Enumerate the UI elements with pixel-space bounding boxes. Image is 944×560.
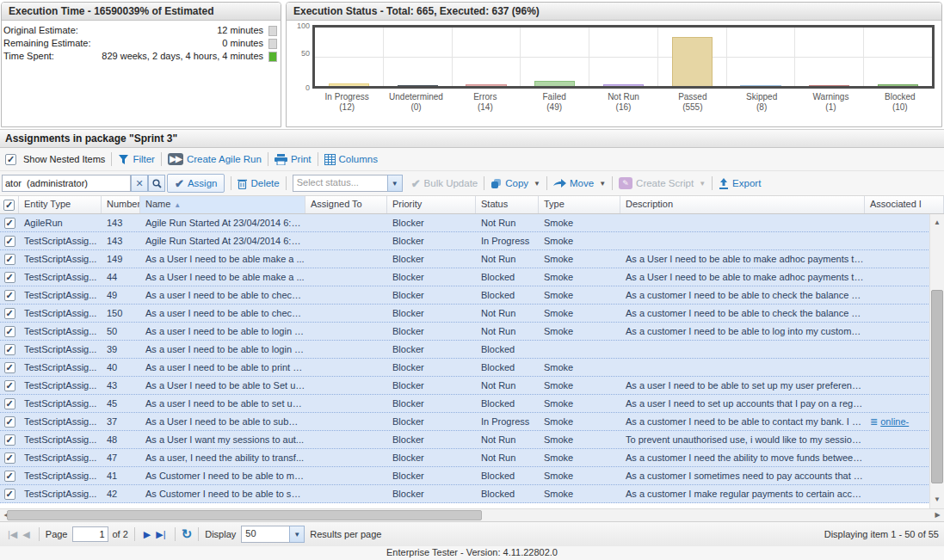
bar-failed — [534, 81, 575, 86]
select-status-combo[interactable]: Select status... ▼ — [293, 175, 403, 192]
vertical-scroll-thumb[interactable] — [931, 290, 943, 483]
page-number-input[interactable] — [72, 526, 108, 542]
table-row[interactable]: ✓TestScriptAssig...40As a user I need to… — [0, 359, 944, 377]
cell-status: Not Run — [476, 305, 539, 322]
column-header-associated[interactable]: Associated I — [865, 196, 944, 213]
assignee-input[interactable] — [2, 175, 131, 192]
cell-name: As a user I need to be able to login u..… — [140, 341, 305, 358]
prev-page-button[interactable]: ◀ — [22, 529, 29, 540]
table-row[interactable]: ✓TestScriptAssig...150As a user I need t… — [0, 305, 944, 323]
column-header-status[interactable]: Status — [476, 196, 539, 213]
table-row[interactable]: ✓TestScriptAssig...44As a User I need to… — [0, 268, 944, 286]
cell-priority: Blocker — [387, 268, 476, 286]
column-header-name[interactable]: Name▲ — [140, 196, 305, 213]
move-button[interactable]: Move ▼ — [553, 178, 606, 188]
associated-link[interactable]: online- — [880, 416, 909, 427]
table-row[interactable]: ✓TestScriptAssig...45As a user I need to… — [0, 395, 944, 413]
copy-label: Copy — [505, 178, 528, 188]
table-row[interactable]: ✓TestScriptAssig...37As a User I need to… — [0, 413, 944, 431]
columns-button[interactable]: Columns — [324, 154, 378, 165]
cell-description: As a customer I need to be able to check… — [620, 286, 865, 304]
horizontal-scroll-thumb[interactable] — [7, 510, 482, 520]
bar-errors — [466, 84, 506, 86]
table-row[interactable]: ✓TestScriptAssig...42As Customer I need … — [0, 485, 944, 503]
cell-type: Smoke — [539, 286, 620, 304]
columns-icon — [324, 154, 336, 165]
cell-number: 48 — [102, 431, 140, 448]
refresh-icon[interactable]: ↻ — [182, 526, 193, 542]
execution-status-panel: Execution Status - Total: 665, Executed:… — [286, 2, 942, 127]
row-checkbox[interactable]: ✓ — [4, 272, 15, 283]
column-header-description[interactable]: Description — [620, 196, 865, 213]
row-checkbox[interactable]: ✓ — [4, 471, 15, 482]
cell-description: As a user I need to be able to set up my… — [620, 377, 865, 394]
table-row[interactable]: ✓TestScriptAssig...143Agile Run Started … — [0, 232, 944, 250]
first-page-button[interactable]: |◀ — [8, 529, 17, 540]
table-row[interactable]: ✓TestScriptAssig...41As Customer I need … — [0, 467, 944, 485]
bar-warnings — [809, 85, 849, 86]
row-checkbox[interactable]: ✓ — [4, 398, 15, 409]
table-row[interactable]: ✓AgileRun143Agile Run Started At 23/04/2… — [0, 214, 944, 232]
row-checkbox[interactable]: ✓ — [4, 236, 15, 247]
move-caret-icon: ▼ — [599, 180, 606, 188]
vertical-scrollbar[interactable]: ▲ ▼ — [929, 214, 944, 508]
table-row[interactable]: ✓TestScriptAssig...149As a User I need t… — [0, 250, 944, 268]
column-header-priority[interactable]: Priority — [387, 196, 476, 213]
column-header-number[interactable]: Number — [102, 196, 140, 213]
cell-status: In Progress — [476, 232, 539, 249]
cell-status: Not Run — [476, 250, 539, 268]
create-script-caret-icon: ▼ — [699, 180, 706, 188]
copy-button[interactable]: Copy ▼ — [491, 178, 540, 189]
page-size-combo[interactable]: 50 ▼ — [241, 526, 305, 543]
create-agile-run-button[interactable]: ▶▶ Create Agile Run — [168, 153, 262, 165]
cell-description: As a user I need to set up accounts that… — [620, 395, 865, 412]
select-status-trigger[interactable]: ▼ — [387, 175, 403, 192]
export-button[interactable]: Export — [719, 178, 761, 189]
clear-assignee-button[interactable]: ✕ — [131, 175, 148, 192]
filter-button[interactable]: Filter — [118, 154, 155, 165]
y-tick-100: 100 — [297, 22, 310, 30]
column-header-entity-type[interactable]: Entity Type — [19, 196, 102, 213]
cell-type: Smoke — [539, 323, 620, 340]
select-all-checkbox[interactable]: ✓ — [0, 196, 19, 213]
row-checkbox[interactable]: ✓ — [4, 416, 15, 428]
delete-button[interactable]: Delete — [238, 178, 279, 189]
section-title: Assignments in package "Sprint 3" — [0, 129, 944, 148]
column-header-type[interactable]: Type — [539, 196, 620, 213]
next-page-button[interactable]: ▶ — [144, 529, 151, 540]
bulk-update-button[interactable]: ✔ Bulk Update — [411, 177, 478, 190]
table-row[interactable]: ✓TestScriptAssig...43As a User I need to… — [0, 377, 944, 395]
row-checkbox[interactable]: ✓ — [4, 380, 15, 391]
row-checkbox[interactable]: ✓ — [4, 344, 15, 355]
table-row[interactable]: ✓TestScriptAssig...48As a User I want my… — [0, 431, 944, 449]
last-page-button[interactable]: ▶| — [156, 529, 165, 540]
scroll-up-icon[interactable]: ▲ — [930, 216, 944, 230]
page-size-trigger[interactable]: ▼ — [289, 526, 305, 543]
column-header-assigned-to[interactable]: Assigned To — [305, 196, 387, 213]
row-checkbox[interactable]: ✓ — [4, 308, 15, 319]
row-checkbox[interactable]: ✓ — [4, 434, 15, 446]
row-checkbox[interactable]: ✓ — [4, 326, 15, 337]
horizontal-scrollbar[interactable]: ◀ ▶ — [0, 508, 944, 521]
create-script-button[interactable]: ✎ Create Script ▼ — [619, 177, 706, 189]
row-checkbox[interactable]: ✓ — [4, 290, 15, 301]
print-button[interactable]: Print — [275, 154, 312, 165]
table-row[interactable]: ✓TestScriptAssig...50As a user I need to… — [0, 323, 944, 341]
search-user-button[interactable] — [148, 175, 165, 192]
show-nested-checkbox[interactable]: ✓ — [5, 154, 16, 165]
table-row[interactable]: ✓TestScriptAssig...49As a user I need to… — [0, 286, 944, 305]
cell-name: As a user I need to be able to login in.… — [140, 323, 305, 340]
scroll-right-icon[interactable]: ▶ — [931, 509, 944, 521]
row-checkbox[interactable]: ✓ — [4, 362, 15, 373]
row-checkbox[interactable]: ✓ — [4, 254, 15, 265]
assign-button[interactable]: ✔ Assign — [167, 174, 225, 193]
row-checkbox[interactable]: ✓ — [4, 452, 15, 464]
table-row[interactable]: ✓TestScriptAssig...39As a user I need to… — [0, 341, 944, 359]
execution-time-title: Execution Time - 16590039% of Estimated — [2, 3, 281, 21]
cell-number: 50 — [102, 323, 140, 340]
row-checkbox[interactable]: ✓ — [4, 218, 15, 229]
scroll-down-icon[interactable]: ▼ — [930, 493, 944, 507]
row-checkbox[interactable]: ✓ — [4, 489, 15, 500]
table-row[interactable]: ✓TestScriptAssig...47As a user, I need t… — [0, 449, 944, 467]
cell-assigned-to — [305, 214, 387, 231]
